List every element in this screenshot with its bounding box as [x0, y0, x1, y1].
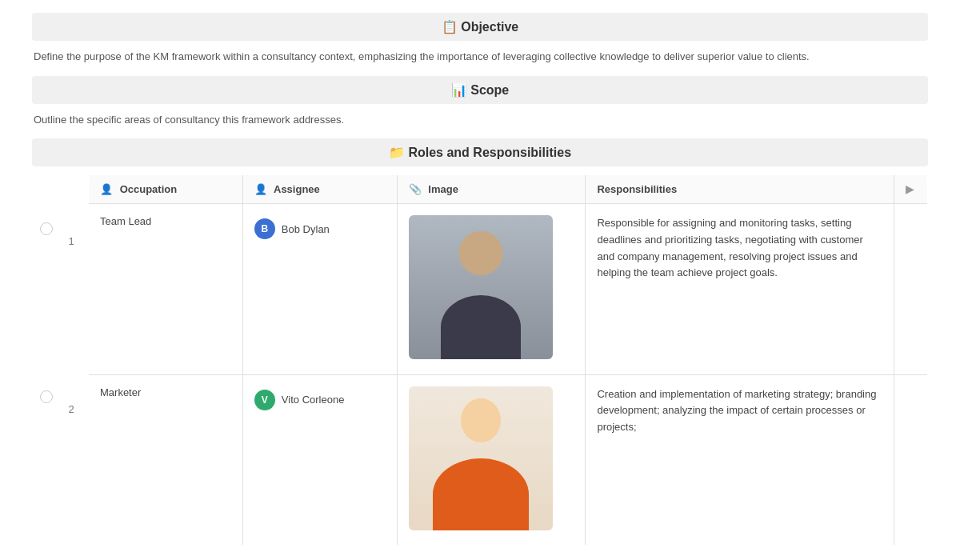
scope-header: 📊 Scope	[32, 76, 928, 104]
expand-header-icon[interactable]: ▶	[906, 183, 914, 195]
row-2-responsibilities: Creation and implementation of marketing…	[586, 374, 894, 546]
col-occupation-header: 👤 Occupation	[89, 175, 243, 204]
row-1-checkbox[interactable]	[40, 222, 53, 235]
page-wrapper: 📋 Objective Define the purpose of the KM…	[0, 0, 960, 560]
row-2-expand[interactable]	[894, 374, 928, 546]
image-header-label: Image	[428, 183, 458, 195]
row-1-assignee-cell: B Bob Dylan	[242, 204, 397, 375]
row-1-number: 1	[59, 222, 83, 247]
row-1-controls: 1	[32, 210, 88, 378]
roles-icon: 📁	[389, 146, 405, 159]
roles-table-container: 1 2 👤 Occupation 👤 Assignee	[32, 174, 928, 546]
objective-description: Define the purpose of the KM framework w…	[32, 49, 928, 65]
scope-description: Outline the specific areas of consultanc…	[32, 112, 928, 128]
row-2-occupation: Marketer	[89, 374, 243, 546]
objective-header: 📋 Objective	[32, 13, 928, 41]
assignee-header-icon: 👤	[254, 183, 267, 195]
scope-icon: 📊	[451, 83, 467, 97]
row-1-person-image	[409, 215, 553, 359]
col-responsibilities-header: Responsibilities	[586, 175, 894, 204]
table-row: Marketer V Vito Corleone	[89, 374, 928, 546]
objective-label: Objective	[461, 20, 518, 34]
row-1-avatar: B	[254, 218, 275, 239]
row-2-assignee-list: V Vito Corleone	[254, 386, 386, 414]
roles-table: 👤 Occupation 👤 Assignee 📎 Image Responsi…	[88, 174, 928, 546]
objective-icon: 📋	[442, 20, 458, 34]
row-2-assignee-cell: V Vito Corleone	[242, 374, 397, 546]
row-1-assignee-list: B Bob Dylan	[254, 215, 386, 242]
scope-label: Scope	[470, 83, 509, 97]
row-1-assignee-item: B Bob Dylan	[254, 215, 386, 242]
col-expand-header: ▶	[894, 175, 928, 204]
row-1-occupation: Team Lead	[89, 204, 243, 375]
row-1-image-cell	[397, 204, 586, 375]
row-1-assignee-name: Bob Dylan	[282, 223, 330, 235]
row-2-assignee-name: Vito Corleone	[282, 394, 345, 406]
occupation-header-label: Occupation	[120, 183, 178, 195]
assignee-header-label: Assignee	[274, 183, 320, 195]
col-image-header: 📎 Image	[397, 175, 586, 204]
row-1-expand[interactable]	[894, 204, 928, 375]
row-2-number: 2	[59, 390, 83, 415]
row-2-checkbox[interactable]	[40, 390, 53, 403]
row-1-responsibilities: Responsible for assigning and monitoring…	[586, 204, 894, 375]
row-2-image-cell	[397, 374, 586, 546]
responsibilities-header-label: Responsibilities	[597, 183, 677, 195]
row-2-person-image	[409, 386, 553, 530]
image-header-icon: 📎	[409, 183, 422, 195]
table-row: Team Lead B Bob Dylan	[89, 204, 928, 375]
roles-header: 📁 Roles and Responsibilities	[32, 138, 928, 166]
row-2-avatar: V	[254, 390, 275, 410]
row-2-assignee-item: V Vito Corleone	[254, 386, 386, 414]
left-controls: 1 2	[32, 174, 88, 546]
col-assignee-header: 👤 Assignee	[242, 175, 397, 204]
occupation-header-icon: 👤	[100, 183, 113, 195]
roles-label: Roles and Responsibilities	[408, 146, 571, 159]
row-2-controls: 2	[32, 378, 88, 546]
